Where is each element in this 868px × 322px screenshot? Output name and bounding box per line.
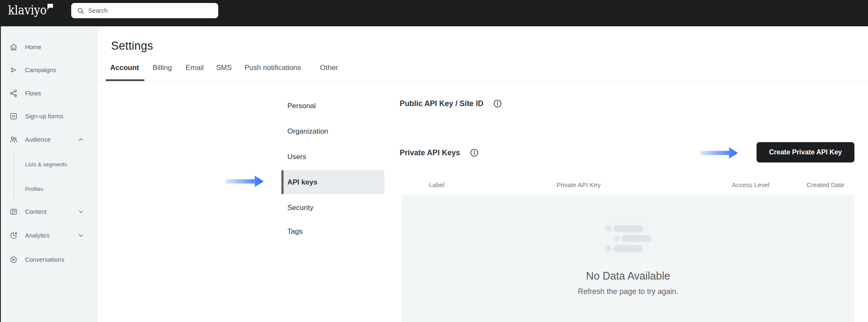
chevron-up-icon bbox=[78, 137, 84, 143]
table-header-label: Label bbox=[429, 181, 445, 188]
settings-nav-personal[interactable]: Personal bbox=[287, 93, 316, 119]
sidebar-item-analytics[interactable]: Analytics bbox=[0, 224, 97, 246]
create-private-api-key-button[interactable]: Create Private API Key bbox=[757, 142, 854, 162]
tab-email[interactable]: Email bbox=[186, 64, 204, 72]
active-tab-underline bbox=[106, 79, 145, 81]
flows-icon bbox=[9, 89, 18, 98]
search-placeholder: Search bbox=[88, 7, 108, 14]
annotation-arrow-create-button bbox=[700, 147, 738, 159]
tab-push-notifications[interactable]: Push notifications bbox=[245, 64, 301, 72]
form-icon bbox=[9, 112, 18, 120]
settings-nav-users[interactable]: Users bbox=[287, 144, 306, 170]
sidebar-item-audience[interactable]: Audience bbox=[0, 129, 97, 151]
settings-nav-api-keys[interactable]: API keys bbox=[287, 170, 317, 195]
tab-account[interactable]: Account bbox=[110, 64, 139, 72]
settings-nav-tags[interactable]: Tags bbox=[287, 219, 303, 244]
info-icon[interactable] bbox=[493, 99, 502, 108]
settings-nav-security[interactable]: Security bbox=[287, 195, 313, 221]
skeleton-row1-square: ? bbox=[605, 225, 612, 232]
sidebar-item-profiles[interactable]: Profiles bbox=[0, 178, 97, 200]
annotation-arrow-api-keys bbox=[226, 175, 264, 188]
skeleton-row2-bar bbox=[622, 235, 651, 242]
skeleton-row2-square: ? bbox=[613, 235, 620, 242]
chevron-down-icon bbox=[78, 209, 84, 215]
settings-nav-organization[interactable]: Organization bbox=[287, 119, 328, 144]
public-api-key-section-title: Public API Key / Site ID bbox=[400, 98, 502, 109]
top-bar: klaviyo Search bbox=[0, 0, 868, 26]
tabs-divider bbox=[98, 81, 868, 81]
klaviyo-logo[interactable]: klaviyo bbox=[8, 3, 47, 17]
skeleton-row1-bar bbox=[614, 225, 643, 232]
chat-icon bbox=[9, 255, 18, 264]
skeleton-row3-square: ? bbox=[605, 245, 612, 252]
no-data-panel: ? ? ? bbox=[402, 195, 854, 322]
info-icon[interactable] bbox=[470, 148, 479, 157]
pie-chart-icon bbox=[9, 231, 18, 240]
no-data-title: No Data Available bbox=[402, 270, 854, 282]
sidebar-item-home[interactable]: Home bbox=[0, 36, 97, 58]
sidebar-item-flows[interactable]: Flows bbox=[0, 82, 97, 104]
people-icon bbox=[9, 135, 18, 144]
tab-other[interactable]: Other bbox=[320, 64, 338, 72]
sidebar: Home Campaigns Flows Sign-up forms Audie… bbox=[0, 26, 97, 322]
tab-sms[interactable]: SMS bbox=[216, 64, 232, 72]
search-icon bbox=[77, 7, 84, 14]
sidebar-item-content[interactable]: Content bbox=[0, 201, 97, 223]
search-input[interactable]: Search bbox=[71, 3, 218, 18]
settings-nav-highlight-bar bbox=[281, 170, 284, 194]
sidebar-item-signup-forms[interactable]: Sign-up forms bbox=[0, 105, 97, 127]
sidebar-item-conversations[interactable]: Conversations bbox=[0, 249, 97, 271]
klaviyo-flag-icon bbox=[47, 4, 53, 10]
chevron-down-icon bbox=[78, 232, 84, 238]
content-icon bbox=[9, 207, 18, 216]
table-header-created-date: Created Date bbox=[807, 181, 844, 188]
table-header-access-level: Access Level bbox=[732, 181, 769, 188]
sidebar-item-lists-segments[interactable]: Lists & segments bbox=[0, 153, 97, 175]
skeleton-row3-bar bbox=[614, 245, 643, 252]
table-header-private-api-key: Private API Key bbox=[556, 181, 601, 188]
home-icon bbox=[9, 43, 18, 51]
page-title: Settings bbox=[111, 39, 153, 53]
sidebar-item-campaigns[interactable]: Campaigns bbox=[0, 59, 97, 81]
send-icon bbox=[9, 66, 18, 74]
tab-billing[interactable]: Billing bbox=[153, 64, 172, 72]
window-edge bbox=[0, 0, 1, 322]
no-data-subtitle: Refresh the page to try again. bbox=[402, 287, 854, 296]
private-api-keys-section-title: Private API Keys bbox=[400, 148, 479, 158]
